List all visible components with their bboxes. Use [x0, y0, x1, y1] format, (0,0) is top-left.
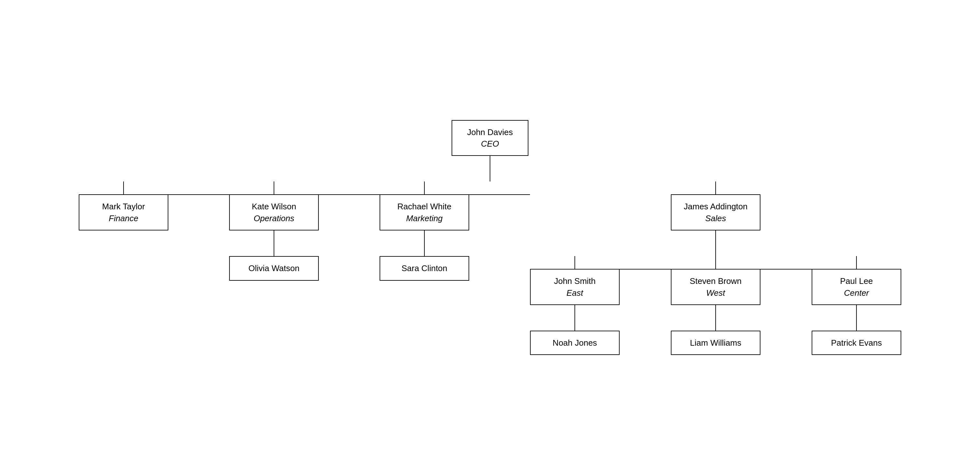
kate-down-line: [274, 230, 274, 256]
james-addington-branch: James Addington Sales John Smith East: [530, 182, 901, 355]
john-top-line: [574, 256, 575, 269]
noah-jones-node: Noah Jones: [530, 331, 620, 355]
steven-top-line: [715, 256, 716, 269]
patrick-evans-node: Patrick Evans: [811, 331, 901, 355]
rachael-top-line: [424, 182, 425, 194]
john-smith-dept: East: [540, 287, 609, 299]
sara-clinton-name: Sara Clinton: [390, 263, 459, 274]
steven-brown-branch: Steven Brown West Liam Williams: [671, 256, 760, 355]
steven-brown-dept: West: [681, 287, 750, 299]
olivia-watson-name: Olivia Watson: [239, 263, 309, 274]
rachael-white-branch: Rachael White Marketing Sara Clinton: [380, 182, 469, 281]
james-addington-dept: Sales: [681, 212, 750, 224]
paul-lee-branch: Paul Lee Center Patrick Evans: [811, 256, 901, 355]
h-line-2: [319, 194, 380, 195]
james-children-row: John Smith East Noah Jones: [530, 256, 901, 355]
h-line-1: [169, 194, 229, 195]
steven-brown-name: Steven Brown: [681, 275, 750, 287]
h-line-3: [469, 194, 530, 195]
john-smith-branch: John Smith East Noah Jones: [530, 256, 620, 355]
james-top-line: [715, 182, 716, 194]
rachael-white-dept: Marketing: [390, 212, 459, 224]
john-smith-node: John Smith East: [530, 269, 620, 305]
steven-down-line: [715, 305, 716, 331]
ceo-node: John Davies CEO: [452, 120, 528, 156]
james-addington-name: James Addington: [681, 201, 750, 212]
sara-clinton-node: Sara Clinton: [380, 256, 469, 281]
james-addington-node: James Addington Sales: [671, 194, 760, 230]
h-line-j1: [620, 269, 671, 269]
mark-taylor-branch: Mark Taylor Finance: [79, 182, 169, 230]
mark-top-line: [123, 182, 124, 194]
level1-container: Mark Taylor Finance Kate Wilson Operatio…: [79, 182, 901, 355]
rachael-white-node: Rachael White Marketing: [380, 194, 469, 230]
liam-williams-node: Liam Williams: [671, 331, 760, 355]
kate-wilson-dept: Operations: [239, 212, 309, 224]
kate-wilson-branch: Kate Wilson Operations Olivia Watson: [229, 182, 319, 281]
paul-lee-name: Paul Lee: [822, 275, 891, 287]
org-chart: John Davies CEO Mark Taylor Finance: [0, 101, 980, 375]
kate-wilson-name: Kate Wilson: [239, 201, 309, 212]
kate-wilson-node: Kate Wilson Operations: [229, 194, 319, 230]
mark-taylor-node: Mark Taylor Finance: [79, 194, 169, 230]
rachael-white-name: Rachael White: [390, 201, 459, 212]
paul-lee-dept: Center: [822, 287, 891, 299]
mark-taylor-name: Mark Taylor: [89, 201, 158, 212]
paul-top-line: [856, 256, 857, 269]
john-down-line: [574, 305, 575, 331]
ceo-branch: John Davies CEO Mark Taylor Finance: [79, 120, 901, 355]
level1-row: Mark Taylor Finance Kate Wilson Operatio…: [79, 182, 901, 355]
mark-taylor-dept: Finance: [89, 212, 158, 224]
olivia-watson-node: Olivia Watson: [229, 256, 319, 281]
kate-top-line: [274, 182, 274, 194]
james-down-line: [715, 230, 716, 256]
noah-jones-name: Noah Jones: [540, 337, 609, 349]
ceo-name: John Davies: [462, 126, 518, 138]
ceo-down-line: [490, 156, 490, 182]
rachael-down-line: [424, 230, 425, 256]
steven-brown-node: Steven Brown West: [671, 269, 760, 305]
liam-williams-name: Liam Williams: [681, 337, 750, 349]
paul-lee-node: Paul Lee Center: [811, 269, 901, 305]
paul-down-line: [856, 305, 857, 331]
ceo-dept: CEO: [462, 138, 518, 150]
h-line-j2: [760, 269, 811, 269]
patrick-evans-name: Patrick Evans: [822, 337, 891, 349]
john-smith-name: John Smith: [540, 275, 609, 287]
